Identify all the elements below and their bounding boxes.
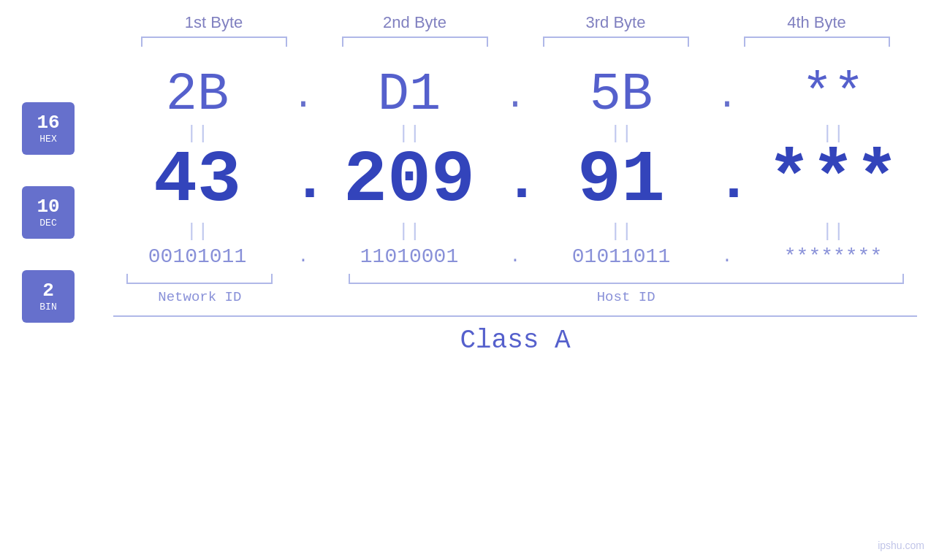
- bottom-bracket-row: Network ID Host ID: [0, 274, 939, 305]
- network-bracket: [126, 274, 273, 284]
- dot-hex-3: .: [716, 76, 738, 118]
- hex-value-4: **: [802, 65, 864, 125]
- dec-cell-2: 209: [336, 145, 482, 218]
- bin-value-2: 11010001: [360, 245, 458, 268]
- equals-row-2: || || || ||: [0, 220, 939, 242]
- dec-value-3: 91: [577, 139, 665, 222]
- hex-row: 2B . D1 . 5B . **: [0, 69, 939, 121]
- eq2-3: ||: [548, 220, 694, 242]
- dec-badge-name: DEC: [39, 218, 56, 229]
- bin-row: 00101011 . 11010001 . 01011011 . *******…: [0, 245, 939, 268]
- dec-row: 43 . 209 . 91 . ***: [0, 145, 939, 218]
- dot-bin-1: .: [292, 247, 314, 266]
- watermark: ipshu.com: [878, 540, 924, 551]
- byte-label-3: 3rd Byte: [543, 13, 689, 32]
- eq2-2: ||: [336, 220, 482, 242]
- hex-badge-num: 16: [37, 112, 59, 134]
- byte-label-4: 4th Byte: [744, 13, 890, 32]
- class-divider: [113, 315, 917, 317]
- hex-value-2: D1: [378, 65, 441, 125]
- bin-value-3: 01011011: [572, 245, 670, 268]
- top-bracket-3: [543, 37, 689, 47]
- dec-cell-1: 43: [124, 145, 270, 218]
- dec-value-2: 209: [343, 139, 475, 222]
- dec-badge-num: 10: [37, 196, 59, 218]
- eq2-4: ||: [760, 220, 906, 242]
- bin-cell-2: 11010001: [336, 245, 482, 268]
- dec-value-4: ***: [767, 139, 899, 222]
- dot-hex-2: .: [504, 76, 526, 118]
- dec-badge: 10 DEC: [22, 186, 75, 239]
- dot-hex-1: .: [292, 76, 314, 118]
- hex-cell-1: 2B: [124, 69, 270, 121]
- hex-cell-4: **: [760, 69, 906, 121]
- dot-dec-2: .: [504, 148, 526, 215]
- bin-value-4: ********: [784, 245, 882, 268]
- class-section: Class A: [0, 315, 939, 356]
- dot-dec-3: .: [716, 148, 738, 215]
- top-bracket-row: [0, 37, 939, 47]
- header-row: 1st Byte 2nd Byte 3rd Byte 4th Byte: [0, 13, 939, 32]
- hex-value-1: 2B: [166, 65, 229, 125]
- hex-badge: 16 HEX: [22, 102, 75, 155]
- host-id-group: Host ID: [349, 274, 904, 305]
- host-id-label: Host ID: [597, 289, 655, 305]
- byte-label-2: 2nd Byte: [342, 13, 488, 32]
- network-id-group: Network ID: [126, 274, 273, 305]
- bin-value-1: 00101011: [148, 245, 246, 268]
- main-container: 1st Byte 2nd Byte 3rd Byte 4th Byte 16 H…: [0, 0, 939, 560]
- network-id-label: Network ID: [158, 289, 241, 305]
- bin-cell-4: ********: [760, 245, 906, 268]
- bin-badge: 2 BIN: [22, 270, 75, 323]
- host-bracket: [349, 274, 904, 284]
- byte-label-1: 1st Byte: [141, 13, 287, 32]
- bin-badge-num: 2: [42, 280, 54, 302]
- class-label: Class A: [460, 326, 570, 356]
- dot-bin-3: .: [716, 247, 738, 266]
- bin-cell-1: 00101011: [124, 245, 270, 268]
- hex-cell-2: D1: [336, 69, 482, 121]
- dec-value-1: 43: [153, 139, 241, 222]
- eq2-1: ||: [124, 220, 270, 242]
- dot-dec-1: .: [292, 148, 314, 215]
- top-bracket-1: [141, 37, 287, 47]
- hex-cell-3: 5B: [548, 69, 694, 121]
- bin-cell-3: 01011011: [548, 245, 694, 268]
- top-bracket-4: [744, 37, 890, 47]
- dot-bin-2: .: [504, 247, 526, 266]
- dec-cell-3: 91: [548, 145, 694, 218]
- top-bracket-2: [342, 37, 488, 47]
- bin-badge-name: BIN: [39, 302, 56, 312]
- dec-cell-4: ***: [760, 145, 906, 218]
- hex-badge-name: HEX: [39, 134, 56, 145]
- hex-value-3: 5B: [590, 65, 653, 125]
